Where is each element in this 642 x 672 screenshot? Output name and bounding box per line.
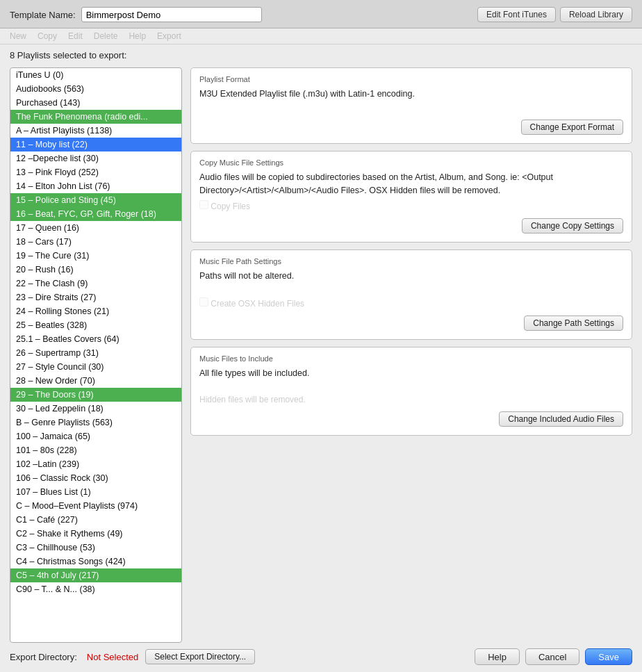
change-copy-settings-button[interactable]: Change Copy Settings xyxy=(522,218,623,233)
settings-panel: Playlist Format M3U Extended Playlist fi… xyxy=(190,67,632,643)
playlist-item[interactable]: 12 –Depeche list (30) xyxy=(10,151,181,165)
top-bar-buttons: Edit Font iTunes Reload Library xyxy=(477,7,632,22)
playlist-format-section: Playlist Format M3U Extended Playlist fi… xyxy=(190,67,632,144)
copy-settings-text: Audio files will be copied to subdirecto… xyxy=(199,171,623,197)
playlist-item[interactable]: C – Mood–Event Playlists (974) xyxy=(10,499,181,513)
playlist-item[interactable]: A – Artist Playlists (1138) xyxy=(10,124,181,138)
playlist-item[interactable]: 11 – Moby list (22) xyxy=(10,138,181,151)
playlist-item[interactable]: 19 – The Cure (31) xyxy=(10,249,181,263)
playlist-item[interactable]: C3 – Chillhouse (53) xyxy=(10,541,181,555)
playlist-item[interactable]: 28 – New Order (70) xyxy=(10,374,181,388)
playlist-item[interactable]: 22 – The Clash (9) xyxy=(10,277,181,290)
change-path-settings-button[interactable]: Change Path Settings xyxy=(524,315,623,331)
playlist-item[interactable]: Purchased (143) xyxy=(10,96,181,110)
change-export-format-button[interactable]: Change Export Format xyxy=(521,120,623,135)
playlist-item[interactable]: 13 – Pink Floyd (252) xyxy=(10,165,181,179)
top-bar: Template Name: Edit Font iTunes Reload L… xyxy=(0,0,642,28)
edit-font-itunes-button[interactable]: Edit Font iTunes xyxy=(477,7,556,22)
export-dir-value: Not Selected xyxy=(87,652,138,662)
playlist-item[interactable]: 102 –Latin (239) xyxy=(10,457,181,471)
playlist-item[interactable]: C1 – Café (227) xyxy=(10,513,181,527)
playlist-item[interactable]: 25.1 – Beatles Covers (64) xyxy=(10,332,181,346)
path-settings-title: Music File Path Settings xyxy=(199,257,623,265)
playlist-item[interactable]: 101 – 80s (228) xyxy=(10,443,181,457)
path-settings-text: Paths will not be altered. xyxy=(199,270,623,295)
copy-settings-ghost: Copy Files xyxy=(199,200,623,211)
osx-hidden-checkbox xyxy=(199,297,208,306)
export-dir-label: Export Directory: xyxy=(10,652,77,662)
change-included-audio-files-button[interactable]: Change Included Audio Files xyxy=(499,411,623,427)
action-buttons: Help Cancel Save xyxy=(475,648,632,665)
playlist-item[interactable]: 24 – Rolling Stones (21) xyxy=(10,304,181,318)
toolbar-help: Help xyxy=(129,31,146,41)
playlist-item[interactable]: 17 – Queen (16) xyxy=(10,221,181,235)
playlist-item[interactable]: 14 – Elton John List (76) xyxy=(10,179,181,193)
playlist-item[interactable]: 25 – Beatles (328) xyxy=(10,318,181,332)
playlist-panel[interactable]: iTunes U (0)Audiobooks (563)Purchased (1… xyxy=(10,67,182,643)
toolbar-copy: Copy xyxy=(38,31,57,41)
playlist-item[interactable]: 29 – The Doors (19) xyxy=(10,388,181,402)
playlist-item[interactable]: 18 – Cars (17) xyxy=(10,235,181,249)
help-button[interactable]: Help xyxy=(475,648,520,665)
playlist-format-text: M3U Extended Playlist file (.m3u) with L… xyxy=(199,88,623,113)
copy-settings-title: Copy Music File Settings xyxy=(199,158,623,167)
playlist-item[interactable]: 27 – Style Council (30) xyxy=(10,360,181,374)
playlist-format-title: Playlist Format xyxy=(199,75,623,83)
playlist-item[interactable]: C4 – Christmas Songs (424) xyxy=(10,555,181,568)
copy-settings-section: Copy Music File Settings Audio files wil… xyxy=(190,151,632,243)
toolbar-delete: Delete xyxy=(94,31,118,41)
main-window: Template Name: Edit Font iTunes Reload L… xyxy=(0,0,642,672)
main-area: iTunes U (0)Audiobooks (563)Purchased (1… xyxy=(0,65,642,643)
playlist-item[interactable]: 16 – Beat, FYC, GP, Gift, Roger (18) xyxy=(10,207,181,221)
select-export-directory-button[interactable]: Select Export Directory... xyxy=(145,649,255,664)
reload-library-button[interactable]: Reload Library xyxy=(560,7,632,22)
playlist-item[interactable]: C5 – 4th of July (217) xyxy=(10,568,181,582)
playlist-item[interactable]: 30 – Led Zeppelin (18) xyxy=(10,402,181,416)
template-label: Template Name: xyxy=(10,10,76,20)
copy-files-checkbox xyxy=(199,200,208,209)
cancel-button[interactable]: Cancel xyxy=(525,648,579,665)
bottom-area: Export Directory: Not Selected Select Ex… xyxy=(0,643,642,672)
playlist-item[interactable]: iTunes U (0) xyxy=(10,68,181,82)
playlist-item[interactable]: The Funk Phenomena (radio edi... xyxy=(10,110,181,124)
selected-count: 8 Playlists selected to export: xyxy=(0,44,642,65)
audio-files-text: All file types will be included. xyxy=(199,367,623,392)
template-name-input[interactable] xyxy=(81,7,262,22)
playlist-item[interactable]: 23 – Dire Straits (27) xyxy=(10,290,181,304)
playlist-item[interactable]: B – Genre Playlists (563) xyxy=(10,416,181,429)
toolbar-edit: Edit xyxy=(68,31,83,41)
audio-files-ghost: Hidden files will be removed. xyxy=(199,395,623,404)
playlist-item[interactable]: 26 – Supertramp (31) xyxy=(10,346,181,360)
toolbar-new: New xyxy=(10,31,26,41)
audio-files-title: Music Files to Include xyxy=(199,354,623,363)
playlist-item[interactable]: 107 – Blues List (1) xyxy=(10,485,181,499)
save-button[interactable]: Save xyxy=(585,648,632,665)
playlist-item[interactable]: 106 – Classic Rock (30) xyxy=(10,471,181,485)
playlist-item[interactable]: 15 – Police and Sting (45) xyxy=(10,193,181,207)
audio-files-section: Music Files to Include All file types wi… xyxy=(190,347,632,436)
toolbar-export: Export xyxy=(157,31,181,41)
path-settings-ghost: Create OSX Hidden Files xyxy=(199,297,623,309)
playlist-item[interactable]: C90 – T... & N... (38) xyxy=(10,582,181,596)
playlist-item[interactable]: Audiobooks (563) xyxy=(10,82,181,96)
playlist-item[interactable]: C2 – Shake it Rythems (49) xyxy=(10,527,181,541)
playlist-item[interactable]: 20 – Rush (16) xyxy=(10,263,181,277)
playlist-item[interactable]: 100 – Jamaica (65) xyxy=(10,429,181,443)
path-settings-section: Music File Path Settings Paths will not … xyxy=(190,249,632,340)
